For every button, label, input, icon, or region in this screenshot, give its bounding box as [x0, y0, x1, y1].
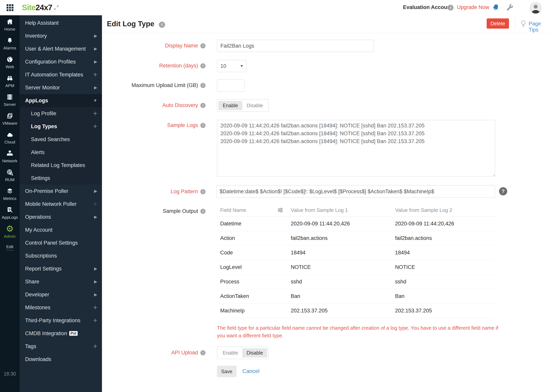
sidebar-item-related-log-templates[interactable]: Related Log Templates	[20, 159, 102, 172]
main-content: Edit Log Type i Delete Page Tips Display…	[102, 15, 549, 392]
sidebar-item-tags[interactable]: Tags+	[20, 340, 102, 353]
sidebar-item-log-types[interactable]: Log Types+	[20, 120, 102, 133]
rail-item-vmware[interactable]: VMware	[0, 109, 20, 128]
page-tips-link[interactable]: Page Tips	[529, 21, 549, 33]
rail-item-edit[interactable]: Edit	[0, 241, 20, 254]
sidebar-item-server-monitor[interactable]: Server Monitor▶	[20, 81, 102, 94]
retention-select[interactable]: 10 ▼	[217, 60, 246, 72]
sidebar-item-configuration-profiles[interactable]: Configuration Profiles▶	[20, 55, 102, 68]
sidebar-item-cmdb-integration[interactable]: CMDB IntegrationPvt	[20, 327, 102, 340]
sidebar-item-user-alert-management[interactable]: User & Alert Management▶	[20, 42, 102, 55]
display-name-input[interactable]	[217, 40, 374, 52]
rail-item-alarms[interactable]: Alarms	[0, 34, 20, 53]
sidebar-item-saved-searches[interactable]: Saved Searches	[20, 133, 102, 146]
app-grid-icon[interactable]	[6, 4, 14, 12]
display-name-info-icon[interactable]: i	[200, 43, 205, 49]
sidebar-item-subscriptions[interactable]: Subscriptions	[20, 249, 102, 262]
log-pattern-input[interactable]	[216, 185, 495, 198]
sidebar-item-alerts[interactable]: Alerts	[20, 146, 102, 159]
sidebar-item-log-profile[interactable]: Log Profile+	[20, 107, 102, 120]
sample-output-label: Sample Output i	[102, 208, 205, 214]
rail-item-apm[interactable]: APM	[0, 72, 20, 91]
sidebar-item-share[interactable]: Share▶	[20, 275, 102, 288]
sidebar-item-it-automation-templates[interactable]: IT Automation Templates+	[20, 68, 102, 81]
max-upload-label: Maximum Upload Limit (GB) i	[102, 82, 205, 88]
account-name: Evaluation Account	[403, 4, 452, 10]
cloud-icon	[6, 131, 14, 138]
sample2-cell: 2020-09-09 11:44:20,426	[395, 221, 495, 227]
delete-button[interactable]: Delete	[487, 18, 509, 29]
sidebar-item-settings[interactable]: Settings	[20, 172, 102, 185]
retention-info-icon[interactable]: i	[200, 63, 205, 68]
site24x7-logo[interactable]: Site24x7	[22, 3, 52, 12]
rail-item-web[interactable]: Web	[0, 53, 20, 72]
sidebar-item-third-party-integrations[interactable]: Third-Party Integrations+	[20, 314, 102, 327]
rail-item-server[interactable]: Server	[0, 91, 20, 109]
api-upload-toggle: Enable Disable	[217, 347, 269, 359]
sidebar-item-applogs[interactable]: AppLogs▼	[20, 94, 102, 107]
max-upload-info-icon[interactable]: i	[200, 83, 205, 88]
field-name-cell: Process	[217, 279, 291, 285]
sidebar-item-help-assistant[interactable]: Help Assistant	[20, 16, 102, 29]
field-filter-icon[interactable]	[277, 207, 284, 213]
sample1-cell: 2020-09-09 11:44:20,426	[291, 221, 395, 227]
sidebar-item-on-premise-poller[interactable]: On-Premise Poller▶	[20, 185, 102, 197]
sample1-cell: sshd	[291, 279, 395, 285]
sample2-cell: fail2ban.actions	[395, 235, 495, 241]
table-header: Field Name Value from Sample Log 1 Value…	[217, 204, 495, 217]
log-pattern-help-icon[interactable]: ?	[499, 187, 507, 196]
table-row: Datetime2020-09-09 11:44:20,4262020-09-0…	[217, 217, 495, 231]
settings-wrench-icon[interactable]	[506, 4, 514, 12]
server-icon	[6, 93, 14, 101]
save-button[interactable]: Save	[217, 366, 236, 377]
api-upload-disable[interactable]: Disable	[242, 348, 267, 357]
table-row: MachineIp202.153.37.205202.153.37.205	[217, 304, 495, 318]
sample2-cell: 18494	[395, 250, 495, 256]
sidebar-item-report-settings[interactable]: Report Settings▶	[20, 262, 102, 275]
auto-discovery-info-icon[interactable]: i	[200, 103, 205, 108]
auto-discovery-label: Auto Discovery i	[102, 102, 205, 108]
cancel-link[interactable]: Cancel	[242, 368, 259, 374]
col-field-name: Field Name	[220, 207, 246, 213]
api-upload-enable[interactable]: Enable	[218, 348, 242, 357]
rail-clock: 18:30	[0, 371, 20, 377]
max-upload-input[interactable]	[217, 80, 245, 92]
upgrade-now-link[interactable]: Upgrade Now	[457, 4, 489, 10]
col-sample-log-1: Value from Sample Log 1	[291, 207, 395, 213]
title-row: Edit Log Type i Delete Page Tips	[102, 15, 549, 33]
field-type-note: The field type for a particular field na…	[217, 324, 500, 339]
sidebar-item-control-panel-settings[interactable]: Control Panel Settings	[20, 236, 102, 249]
rail-item-home[interactable]: Home	[0, 15, 20, 34]
sidebar-item-operations[interactable]: Operations▶	[20, 210, 102, 224]
auto-discovery-enable[interactable]: Enable	[218, 101, 242, 110]
table-row: Processsshdsshd	[217, 275, 495, 289]
sidebar-item-developer[interactable]: Developer▶	[20, 288, 102, 301]
user-avatar[interactable]	[530, 2, 542, 14]
notifications-bell-icon[interactable]	[491, 3, 500, 12]
sample-logs-textarea[interactable]: 2020-09-09 11:44:20,426 fail2ban.actions…	[217, 120, 495, 176]
rail-item-applogs[interactable]: AppLogs	[0, 203, 20, 222]
sidebar-item-downloads[interactable]: Downloads	[20, 353, 102, 366]
sample-output-info-icon[interactable]: i	[200, 209, 205, 214]
rail-item-network[interactable]: Network	[0, 147, 20, 166]
sample-logs-info-icon[interactable]: i	[200, 123, 205, 128]
sample2-cell: sshd	[395, 279, 495, 285]
fullscreen-expand-icon[interactable]	[53, 5, 59, 11]
rail-item-rum[interactable]: RUM	[0, 166, 20, 185]
log-pattern-info-icon[interactable]: i	[200, 189, 205, 194]
rail-item-admin[interactable]: ⚙Admin	[0, 222, 20, 241]
auto-discovery-disable[interactable]: Disable	[242, 101, 267, 110]
rum-icon	[6, 168, 14, 176]
sidebar-item-milestones[interactable]: Milestones+	[20, 301, 102, 314]
rail-item-metrics[interactable]: Metrics	[0, 185, 20, 203]
account-info-icon[interactable]: i	[448, 5, 453, 11]
sidebar-item-inventory[interactable]: Inventory▶	[20, 29, 102, 42]
table-row: ActionTakenBanBan	[217, 289, 495, 304]
api-upload-info-icon[interactable]: i	[200, 350, 205, 355]
api-upload-label: API Upload i	[102, 350, 205, 356]
page-title-info-icon[interactable]: i	[159, 21, 165, 28]
sidebar-item-my-account[interactable]: My Account	[20, 224, 102, 236]
rail-item-cloud[interactable]: Cloud	[0, 128, 20, 147]
sidebar-item-mobile-network-poller[interactable]: Mobile Network Poller+	[20, 197, 102, 210]
chevron-down-icon: ▼	[240, 64, 244, 68]
